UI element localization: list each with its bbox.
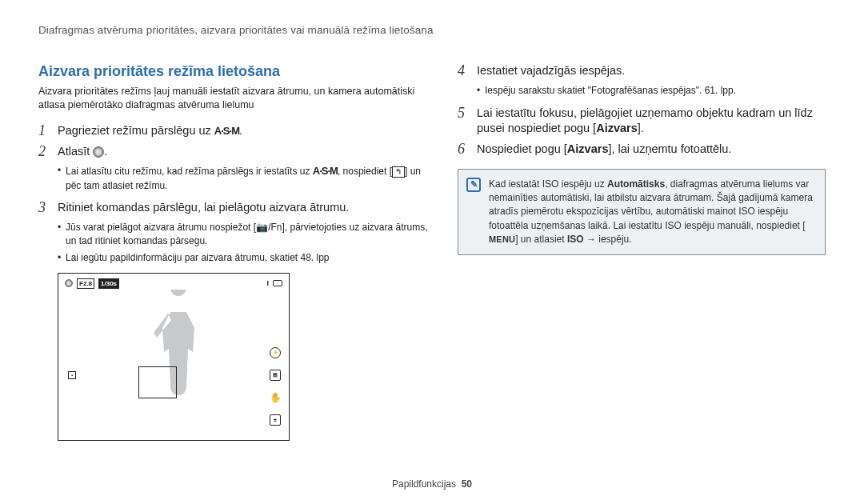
shutter-speed-value: 1/30s bbox=[98, 278, 119, 289]
step-3: 3 Ritiniet komandas pārslēgu, lai pielāg… bbox=[38, 200, 430, 216]
drive-mode-icon: ▪ bbox=[68, 371, 76, 379]
step-text: Pagrieziet režīmu pārslēgu uz A·S·M. bbox=[58, 123, 242, 139]
stabilization-icon: ✋ bbox=[270, 392, 281, 403]
step-5: 5 Lai iestatītu fokusu, pielāgojiet uzņe… bbox=[458, 106, 826, 137]
section-title: Aizvara prioritātes režīma lietošana bbox=[38, 63, 430, 80]
step-number: 5 bbox=[458, 106, 470, 122]
subject-silhouette bbox=[150, 290, 206, 418]
page-footer: Papildfunkcijas 50 bbox=[0, 478, 864, 490]
section-intro: Aizvara prioritātes režīms ļauj manuāli … bbox=[38, 85, 430, 112]
info-note-box: ✎ Kad iestatāt ISO iespēju uz Automātisk… bbox=[458, 169, 826, 256]
fn-button-icon: 📷/Fn bbox=[256, 222, 282, 233]
step-2: 2 Atlasīt . bbox=[38, 144, 430, 160]
step-6: 6 Nospiediet pogu [Aizvars], lai uzņemtu… bbox=[458, 142, 826, 158]
note-icon: ✎ bbox=[466, 178, 481, 192]
shutter-priority-mode-icon bbox=[65, 279, 73, 287]
step-number: 6 bbox=[458, 142, 470, 158]
display-mode-icon: ⊞ bbox=[270, 370, 281, 381]
mode-dial-icon: A·S·M bbox=[313, 164, 338, 178]
step-2-sublist: Lai atlasītu citu režīmu, kad režīma pār… bbox=[58, 164, 430, 192]
back-button-icon: ↰ bbox=[392, 166, 405, 178]
step-number: 1 bbox=[38, 123, 51, 139]
step-text: Nospiediet pogu [Aizvars], lai uzņemtu f… bbox=[477, 142, 731, 158]
camera-preview-panel: F2.8 1/30s I ▪ ⚡ ⊞ ✋ ± bbox=[58, 273, 290, 441]
exposure-comp-icon: ± bbox=[270, 414, 281, 426]
step-3-sublist: Jūs varat pielāgot aizvara ātrumu nospie… bbox=[58, 221, 430, 264]
step-text: Iestatiet vajadzīgās iespējas. bbox=[477, 63, 625, 79]
step-4-sublist: Iespēju sarakstu skatiet "Fotografēšanas… bbox=[477, 84, 826, 98]
step-text: Ritiniet komandas pārslēgu, lai pielāgot… bbox=[58, 200, 349, 216]
shutter-priority-mode-icon bbox=[93, 146, 104, 158]
step-number: 4 bbox=[458, 63, 470, 79]
menu-button-icon: MENU bbox=[489, 234, 515, 246]
mode-dial-icon: A·S·M bbox=[214, 124, 239, 138]
step-text: Lai iestatītu fokusu, pielāgojiet uzņema… bbox=[477, 106, 826, 137]
flash-icon: ⚡ bbox=[270, 347, 281, 358]
step-text: Atlasīt . bbox=[58, 144, 107, 160]
step-number: 3 bbox=[38, 200, 51, 216]
step-number: 2 bbox=[38, 144, 51, 160]
battery-icon bbox=[273, 280, 282, 286]
step-1: 1 Pagrieziet režīmu pārslēgu uz A·S·M. bbox=[38, 123, 430, 139]
step-4: 4 Iestatiet vajadzīgās iespējas. bbox=[458, 63, 826, 79]
focus-frame-icon bbox=[138, 366, 177, 398]
breadcrumb-header: Diafragmas atvēruma prioritātes, aizvara… bbox=[38, 24, 826, 36]
aperture-value: F2.8 bbox=[77, 278, 94, 289]
